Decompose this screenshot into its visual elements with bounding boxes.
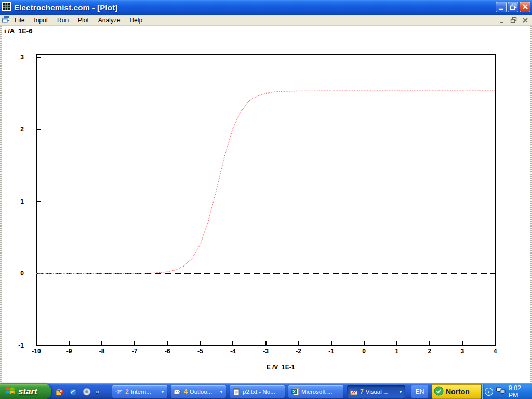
quick-launch-capture-icon[interactable] — [55, 387, 64, 396]
quick-launch-bar: » — [55, 384, 99, 399]
notepad-icon — [232, 388, 241, 396]
task-button-count: 4 — [184, 388, 188, 395]
language-indicator[interactable]: EN — [411, 385, 428, 398]
x-tick-label: -3 — [263, 348, 269, 355]
task-button-count: 2 — [125, 388, 129, 395]
child-minimize-button[interactable] — [498, 16, 506, 24]
plot-frame — [36, 54, 495, 345]
outlook-icon — [174, 388, 182, 396]
quick-launch-globe-icon[interactable] — [69, 387, 78, 396]
system-tray: ‹ 9:02 PM — [482, 384, 532, 399]
x-tick-label: -5 — [197, 348, 203, 355]
window-controls — [496, 2, 530, 12]
task-button-dropdown-icon[interactable]: ▼ — [398, 390, 403, 394]
task-button-microsoft[interactable]: XMicrosoft ... — [288, 385, 343, 398]
task-button-visual[interactable]: 7Visual ...▼ — [347, 385, 405, 398]
child-window-icon — [2, 16, 10, 25]
task-button-label: p2.txt - No... — [243, 389, 282, 395]
task-button-label: Outloo... — [190, 389, 217, 395]
taskbar: start » e2Intern...▼4Outloo...▼p2.txt - … — [0, 383, 532, 399]
norton-check-icon — [434, 386, 444, 397]
child-restore-icon — [510, 17, 517, 24]
x-tick-label: 2 — [428, 348, 432, 355]
x-tick-label: -7 — [132, 348, 138, 355]
svg-text:X: X — [292, 389, 296, 394]
excel-icon: X — [291, 388, 299, 396]
y-tick-label: 0 — [20, 270, 24, 277]
network-icon[interactable] — [496, 387, 506, 397]
y-tick-label: -1 — [18, 342, 24, 349]
plot-client-area: i /A 1E-6 3210-1-10-9-8-7-6-5-4-3-2-1012… — [0, 26, 532, 383]
internet-explorer-icon: e — [115, 388, 123, 396]
child-close-icon — [522, 17, 529, 24]
x-tick-label: -6 — [165, 348, 170, 355]
taskbar-clock: 9:02 PM — [509, 384, 532, 399]
norton-button[interactable]: Norton — [432, 384, 481, 399]
start-button-label: start — [18, 387, 37, 397]
x-tick-label: -4 — [230, 348, 236, 355]
windows-flag-icon — [4, 384, 16, 399]
menu-items: FileInputRunPlotAnalyzeHelp — [10, 17, 147, 24]
close-icon — [520, 2, 530, 12]
x-tick-label: -1 — [328, 348, 334, 355]
menu-item-plot[interactable]: Plot — [73, 16, 94, 25]
norton-label: Norton — [446, 388, 470, 396]
screen: Electrochemist.com - [Plot] FileInputRun… — [0, 0, 532, 399]
task-button-dropdown-icon[interactable]: ▼ — [219, 390, 223, 394]
task-button-p2-txt-no[interactable]: p2.txt - No... — [230, 385, 285, 398]
x-tick-label: -9 — [66, 348, 72, 355]
task-button-intern[interactable]: e2Intern...▼ — [112, 385, 167, 398]
task-button-dropdown-icon[interactable]: ▼ — [161, 390, 165, 394]
y-tick-label: 1 — [20, 198, 24, 205]
x-tick-label: 3 — [461, 348, 464, 355]
close-button[interactable] — [520, 2, 530, 12]
restore-icon — [508, 2, 518, 12]
x-tick-label: 0 — [362, 348, 366, 355]
x-tick-label: 4 — [494, 348, 497, 355]
x-tick-label: 1 — [395, 348, 398, 355]
quick-launch-overflow-chevron[interactable]: » — [96, 388, 99, 395]
task-button-outloo[interactable]: 4Outloo...▼ — [171, 385, 226, 398]
y-tick-label: 2 — [20, 126, 24, 133]
menu-bar: FileInputRunPlotAnalyzeHelp — [0, 15, 532, 26]
menu-item-run[interactable]: Run — [52, 16, 73, 25]
child-close-button[interactable] — [521, 16, 529, 24]
task-button-label: Microsoft ... — [301, 389, 341, 395]
restore-button[interactable] — [508, 2, 518, 12]
child-restore-button[interactable] — [510, 16, 517, 24]
minimize-icon — [496, 2, 506, 12]
menu-item-analyze[interactable]: Analyze — [94, 16, 125, 25]
start-button[interactable]: start — [0, 384, 51, 399]
series-steady-state-voltammogram — [36, 91, 495, 273]
voltammogram-plot: 3210-1-10-9-8-7-6-5-4-3-2-101234E /V 1E-… — [0, 26, 532, 383]
task-button-label: Intern... — [131, 389, 158, 395]
y-tick-label: 3 — [20, 54, 24, 61]
svg-text:e: e — [117, 388, 121, 396]
tray-collapse-chevron-icon[interactable]: ‹ — [485, 388, 493, 396]
task-button-label: Visual ... — [366, 389, 396, 395]
child-window-controls — [498, 16, 529, 24]
window-title: Electrochemist.com - [Plot] — [14, 3, 118, 12]
child-minimize-icon — [499, 17, 506, 24]
plot-grid-icon — [2, 2, 11, 13]
visual-basic-icon — [350, 388, 358, 396]
title-bar: Electrochemist.com - [Plot] — [0, 0, 532, 15]
x-tick-label: -8 — [99, 348, 105, 355]
x-axis-title: E /V 1E-1 — [267, 364, 295, 371]
menu-item-help[interactable]: Help — [125, 16, 147, 25]
task-buttons: e2Intern...▼4Outloo...▼p2.txt - No...XMi… — [112, 385, 405, 398]
task-button-count: 7 — [360, 388, 364, 395]
minimize-button[interactable] — [496, 2, 507, 12]
x-tick-label: -2 — [296, 348, 301, 355]
menu-item-file[interactable]: File — [10, 16, 29, 25]
x-tick-label: -10 — [32, 348, 41, 355]
menu-item-input[interactable]: Input — [29, 16, 52, 25]
quick-launch-media-player-icon[interactable] — [82, 387, 91, 396]
